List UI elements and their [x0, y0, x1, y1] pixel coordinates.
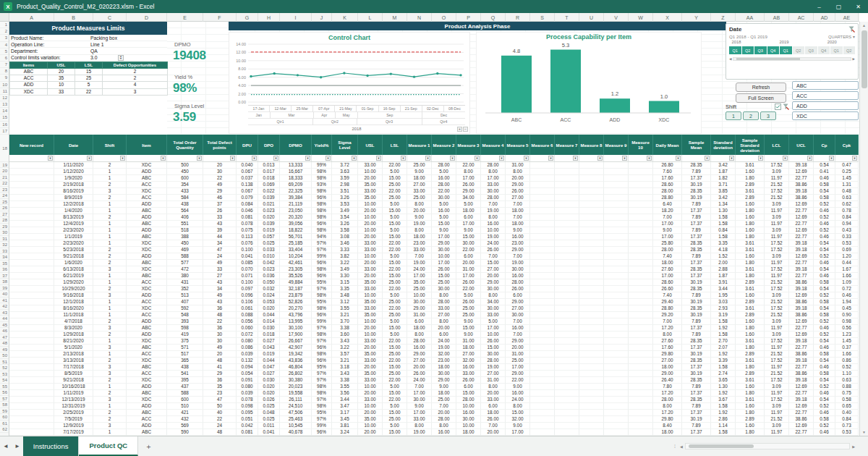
column-filter-button[interactable]: ▼: [573, 156, 578, 161]
row-number-4[interactable]: 4: [0, 42, 9, 48]
horizontal-scrollbar[interactable]: ◀ ▶: [677, 436, 858, 456]
item-option-XDC[interactable]: XDC: [792, 111, 859, 120]
row-number-24[interactable]: 24: [0, 193, 9, 199]
row-number-28[interactable]: 28: [0, 217, 9, 224]
column-filter-button[interactable]: ▼: [499, 156, 504, 161]
column-filter-button[interactable]: ▼: [326, 156, 331, 161]
row-number-52[interactable]: 52: [0, 365, 9, 371]
item-option-ACC[interactable]: ACC: [792, 91, 859, 100]
row-number-6[interactable]: 6: [0, 55, 9, 62]
column-filter-button[interactable]: ▼: [161, 156, 166, 161]
timeline-quarter-9[interactable]: Q1: [830, 46, 843, 54]
row-number-25[interactable]: 25: [0, 199, 9, 206]
hscroll-left-icon[interactable]: ◀: [680, 444, 683, 449]
row-number-45[interactable]: 45: [0, 322, 9, 329]
tab-product-qc[interactable]: Product QC: [79, 436, 138, 456]
row-number-55[interactable]: 55: [0, 384, 9, 390]
timeline-quarter-1[interactable]: Q1: [729, 46, 741, 54]
item-option-ABC[interactable]: ABC: [792, 81, 859, 90]
sheet-nav-right-icon[interactable]: ►: [12, 436, 23, 456]
tab-instructions[interactable]: Instructions: [23, 436, 80, 456]
column-header-K[interactable]: K: [332, 13, 358, 22]
minimize-button[interactable]: –: [809, 0, 829, 13]
column-filter-button[interactable]: ▼: [524, 156, 529, 161]
column-filter-button[interactable]: ▼: [548, 156, 553, 161]
capability-chart[interactable]: Process Capability per Item 4.8ABC5.3ACC…: [476, 32, 702, 134]
expand-field-icon[interactable]: +: [457, 127, 462, 132]
column-header-O[interactable]: O: [432, 13, 456, 22]
row-number-49[interactable]: 49: [0, 347, 9, 353]
column-header-L[interactable]: L: [358, 13, 383, 22]
timeline-quarter-8[interactable]: Q4: [818, 46, 830, 54]
row-number-29[interactable]: 29: [0, 224, 9, 230]
column-filter-button[interactable]: ▼: [252, 156, 257, 161]
row-number-2[interactable]: 2: [0, 28, 9, 35]
column-header-A[interactable]: A: [9, 13, 54, 22]
column-header-F[interactable]: F: [203, 13, 237, 22]
column-filter-button[interactable]: ▼: [401, 156, 406, 161]
row-number-13[interactable]: 13: [0, 101, 9, 108]
scroll-down-icon[interactable]: ▼: [860, 428, 868, 436]
shift-option-2[interactable]: 2: [743, 111, 759, 120]
add-sheet-button[interactable]: ＋: [138, 436, 158, 456]
control-chart[interactable]: Control Chart 14.0012.0010.008.006.004.0…: [229, 32, 470, 134]
row-number-35[interactable]: 35: [0, 261, 9, 267]
column-header-U[interactable]: U: [579, 13, 604, 22]
row-number-47[interactable]: 47: [0, 334, 9, 341]
column-filter-button[interactable]: ▼: [475, 156, 480, 161]
row-number-43[interactable]: 43: [0, 310, 9, 316]
row-number-30[interactable]: 30: [0, 229, 9, 236]
column-filter-button[interactable]: ▼: [783, 156, 788, 161]
variation-stepper[interactable]: ▲▼: [118, 55, 124, 61]
row-number-37[interactable]: 37: [0, 273, 9, 279]
row-number-11[interactable]: 11: [0, 88, 9, 95]
row-number-12[interactable]: 12: [0, 95, 9, 101]
field-value[interactable]: 3.0: [90, 55, 118, 60]
row-number-50[interactable]: 50: [0, 352, 9, 359]
row-number-18[interactable]: 18: [0, 135, 9, 162]
row-number-48[interactable]: 48: [0, 340, 9, 347]
column-header-S[interactable]: S: [530, 13, 555, 22]
column-filter-button[interactable]: ▼: [705, 156, 710, 161]
vertical-scroll-thumb[interactable]: [861, 30, 867, 88]
column-header-G[interactable]: G: [237, 13, 258, 22]
column-header-W[interactable]: W: [629, 13, 653, 22]
horizontal-scroll-thumb[interactable]: [689, 444, 754, 448]
row-number-14[interactable]: 14: [0, 108, 9, 114]
scroll-up-icon[interactable]: ▲: [860, 22, 868, 29]
column-header-H[interactable]: H: [258, 13, 280, 22]
column-header-M[interactable]: M: [383, 13, 407, 22]
column-filter-button[interactable]: ▼: [597, 156, 603, 161]
row-number-31[interactable]: 31: [0, 236, 9, 242]
row-number-39[interactable]: 39: [0, 285, 9, 292]
refresh-button[interactable]: Refresh: [736, 83, 786, 92]
timeline-quarter-5[interactable]: Q1: [780, 46, 792, 54]
row-number-41[interactable]: 41: [0, 297, 9, 304]
timeline-quarter-4[interactable]: Q4: [767, 46, 780, 54]
column-header-AC[interactable]: AC: [789, 13, 814, 22]
row-number-26[interactable]: 26: [0, 205, 9, 211]
timeline-scroll-thumb[interactable]: [736, 58, 801, 60]
column-header-Q[interactable]: Q: [481, 13, 506, 22]
row-number-7[interactable]: 7: [0, 62, 9, 68]
row-number-20[interactable]: 20: [0, 168, 9, 174]
timeline-quarter-10[interactable]: Q2: [843, 46, 856, 54]
collapse-field-icon[interactable]: −: [463, 127, 468, 132]
row-number-51[interactable]: 51: [0, 359, 9, 366]
column-header-T[interactable]: T: [555, 13, 579, 22]
column-header-J[interactable]: J: [312, 13, 332, 22]
timeline-quarter-6[interactable]: Q2: [793, 46, 805, 54]
row-number-17[interactable]: 17: [0, 128, 9, 135]
row-number-19[interactable]: 19: [0, 162, 9, 169]
row-number-57[interactable]: 57: [0, 396, 9, 402]
row-number-8[interactable]: 8: [0, 68, 9, 75]
column-filter-button[interactable]: ▼: [676, 156, 681, 161]
column-filter-button[interactable]: ▼: [450, 156, 455, 161]
row-number-15[interactable]: 15: [0, 114, 9, 121]
column-header-AB[interactable]: AB: [765, 13, 789, 22]
column-header-B[interactable]: B: [54, 13, 93, 22]
row-number-33[interactable]: 33: [0, 248, 9, 255]
column-filter-button[interactable]: ▼: [647, 156, 652, 161]
sheet-nav-left-icon[interactable]: ◄: [0, 436, 12, 456]
scroll-left-icon[interactable]: ◀: [729, 57, 731, 61]
